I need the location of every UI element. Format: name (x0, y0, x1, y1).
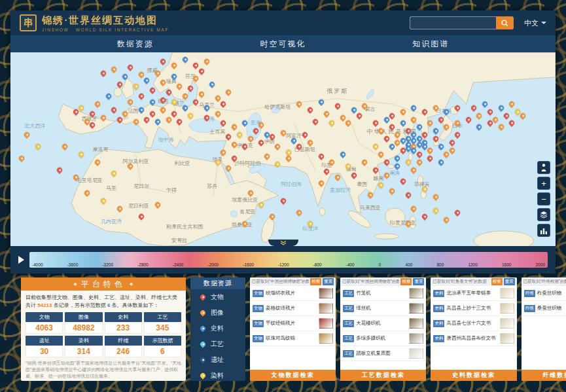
pin-icon (199, 309, 206, 316)
timeline-collapse-tab[interactable] (268, 240, 298, 246)
result-row[interactable]: 工艺竹笼机 (340, 286, 426, 301)
result-title: 高昌县七张十六文书 (446, 320, 497, 326)
panel-button-重置[interactable]: 重置 (323, 278, 334, 285)
panel-header: 已获取到“中国丝绸博物馆”的数据检索重置 (340, 277, 426, 286)
legend-label: 工艺 (211, 340, 224, 349)
total-count: 54213 (37, 302, 52, 308)
result-row[interactable]: 纤维柞蚕丝织物 (522, 286, 566, 301)
thumbnail (500, 318, 514, 329)
result-row[interactable]: 文物平纹经锦残片 (250, 316, 336, 331)
stat-value: 233 (105, 322, 142, 334)
chevron-down-icon (541, 22, 546, 24)
map-canvas[interactable]: 挪威瑞典芬兰波兰德国法国西班牙乌克兰俄罗斯哈萨克斯坦蒙古中华人民共和国日本土耳其… (10, 52, 556, 246)
pin-icon (199, 340, 206, 347)
search-button[interactable] (496, 16, 514, 29)
time-slider[interactable]: -4000-3600-3200-2800-2400-2000-1600-1200… (29, 252, 548, 268)
category-badge: 文物 (253, 290, 264, 297)
category-badge: 工艺 (343, 335, 354, 342)
result-title: 桑蚕丝织物 (537, 305, 566, 311)
result-row[interactable]: 工艺缂丝机 (340, 301, 426, 316)
legend-item-文物[interactable]: 文物 (190, 289, 245, 305)
legend-item-图像[interactable]: 图像 (190, 305, 245, 321)
stat-label: 遗址 (26, 336, 63, 346)
result-title: 平纹经锦残片 (266, 320, 317, 326)
result-title: 柞蚕丝织物 (537, 290, 566, 296)
panel-button-重置[interactable]: 重置 (413, 278, 424, 285)
stat-示范数据: 示范数据6 (144, 336, 181, 357)
stat-label: 史料 (105, 312, 142, 322)
timeline-tick: -1600 (243, 262, 254, 267)
stat-value: 4063 (26, 322, 63, 334)
result-row[interactable]: 史料北凉承平五年举锦券 (431, 286, 516, 301)
timeline-tick: 400 (406, 262, 413, 267)
result-title: 缂丝机 (356, 305, 407, 311)
pegman-button[interactable] (537, 161, 550, 174)
stat-value: 30 (26, 346, 63, 357)
category-badge: 文物 (253, 305, 264, 312)
logo-icon: 串 (20, 14, 37, 31)
panel-header-text: 已获取到“吐鲁番文书”的数据 (433, 279, 489, 285)
nav-item-3[interactable]: 知识图谱 (412, 39, 449, 50)
panel-button-检索[interactable]: 检索 (310, 278, 321, 285)
search-input[interactable] (410, 16, 496, 29)
language-label: 中文 (524, 18, 539, 28)
legend-list: 文物图像史料工艺遗址染料纤维 (190, 289, 245, 381)
result-row[interactable]: 工艺踏板立机复原图 (340, 346, 426, 361)
double-chevron-down-icon (279, 240, 287, 245)
stat-value: 345 (144, 322, 181, 334)
result-title: 高昌县上抄十三文书 (446, 305, 497, 311)
thumbnail (500, 303, 514, 313)
panel-footer[interactable]: 工艺数据检索 (340, 370, 426, 381)
nav-item-1[interactable]: 数据资源 (117, 39, 154, 50)
zoom-out-button[interactable]: − (537, 192, 550, 205)
timeline-tick: 800 (436, 262, 444, 267)
panel-footer[interactable]: 文物数据检索 (250, 370, 336, 381)
play-button[interactable] (18, 256, 24, 264)
legend-item-工艺[interactable]: 工艺 (190, 336, 245, 352)
category-badge: 史料 (433, 290, 444, 297)
logo: 串 锦绣·世界丝绸互动地图 JINSHOW · WORLD SILK INTER… (20, 14, 169, 32)
result-row[interactable]: 工艺多综多蹑织机 (340, 331, 426, 346)
legend-item-染料[interactable]: 染料 (190, 368, 245, 381)
panel-footer[interactable]: 纤维数据检索 (522, 370, 566, 381)
timeline-tick: 1600 (502, 262, 511, 267)
result-row[interactable]: 文物联珠对鸟纹锦 (250, 331, 336, 346)
legend-label: 遗址 (211, 355, 224, 365)
deco-diamond-icon: ◆ (130, 281, 133, 287)
retrieval-panels: 已获取到“中国丝绸博物馆”的数据检索重置文物绞缬绢衣残片文物菱格纹绮残片文物平纹… (250, 277, 566, 381)
nav-item-2[interactable]: 时空可视化 (260, 39, 306, 50)
result-row[interactable]: 文物绞缬绢衣残片 (250, 286, 336, 301)
panel-button-检索[interactable]: 检索 (491, 278, 503, 285)
category-badge: 工艺 (343, 350, 354, 357)
nav: 数据资源时空可视化知识图谱 (10, 35, 556, 52)
legend-item-遗址[interactable]: 遗址 (190, 352, 245, 368)
result-row[interactable]: 史料高昌县七张十六文书 (431, 316, 516, 331)
layers-button[interactable] (537, 208, 550, 221)
panel-footer[interactable]: 史料数据检索 (431, 370, 516, 381)
result-row[interactable]: 文物菱格纹绮残片 (250, 301, 336, 316)
timeline-tick: -4000 (32, 262, 43, 267)
category-badge: 文物 (253, 320, 264, 327)
deco-diamond-icon: ◆ (74, 281, 77, 287)
result-row[interactable]: 工艺大花楼织机 (340, 316, 426, 331)
result-row[interactable]: 史料高昌县上抄十三文书 (431, 301, 516, 316)
result-row[interactable]: 史料唐西州高昌县布价文书 (431, 331, 516, 346)
timeline-tick: -2400 (173, 262, 184, 267)
category-badge: 工艺 (343, 290, 354, 297)
language-selector[interactable]: 中文 (524, 18, 546, 28)
panel-button-重置[interactable]: 重置 (504, 278, 515, 285)
panel-button-检索[interactable]: 检索 (400, 278, 412, 285)
legend-label: 图像 (211, 308, 224, 317)
zoom-in-button[interactable]: + (537, 177, 550, 190)
category-badge: 史料 (433, 320, 444, 327)
timeline-tick: 1200 (468, 262, 477, 267)
result-list: 工艺竹笼机工艺缂丝机工艺大花楼织机工艺多综多蹑织机工艺踏板立机复原图 (340, 286, 426, 370)
stat-value: 246 (105, 346, 142, 357)
chart-button[interactable] (537, 224, 550, 237)
thumbnail (319, 318, 333, 329)
pin-icon (199, 293, 206, 300)
panel-header: 已获取到“吐鲁番文书”的数据检索重置 (431, 277, 516, 286)
header: 串 锦绣·世界丝绸互动地图 JINSHOW · WORLD SILK INTER… (10, 10, 556, 35)
legend-item-史料[interactable]: 史料 (190, 321, 245, 336)
result-row[interactable]: 纤维桑蚕丝织物 (522, 301, 566, 316)
